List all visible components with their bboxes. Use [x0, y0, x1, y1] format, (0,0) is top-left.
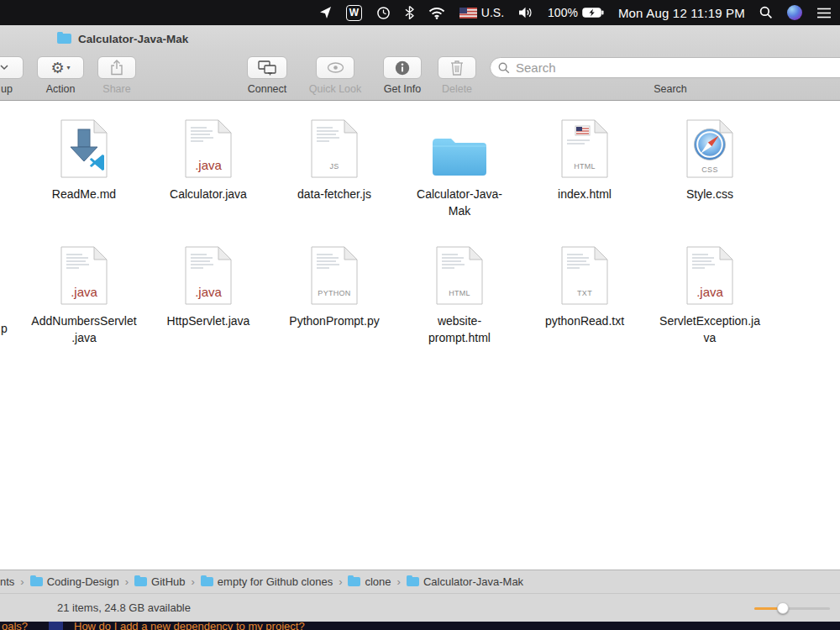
file-name: HttpServlet.java: [155, 312, 261, 329]
get-info-button[interactable]: [383, 56, 422, 79]
bluetooth-icon[interactable]: [405, 6, 414, 19]
clipped-file-label[interactable]: .p: [0, 322, 26, 335]
w-app-menu-icon[interactable]: W: [346, 5, 362, 21]
window-title: Calculator-Java-Mak: [78, 33, 188, 45]
file-item-readme[interactable]: ReadMe.md: [25, 116, 143, 202]
location-services-icon[interactable]: [318, 6, 332, 19]
file-item-pythonread[interactable]: TXT pythonRead.txt: [526, 243, 643, 329]
folder-icon: [201, 577, 213, 586]
slider-knob[interactable]: [777, 602, 789, 614]
java-file-icon: .java: [150, 243, 267, 305]
file-name: ServletException.java: [657, 312, 763, 346]
quick-look-button[interactable]: [316, 56, 354, 79]
path-separator: ›: [20, 575, 24, 588]
notification-center-icon[interactable]: [816, 8, 832, 18]
group-button-label: up: [0, 83, 24, 95]
search-input[interactable]: [514, 60, 791, 76]
file-type-badge: .java: [71, 285, 97, 299]
file-item-servletexception[interactable]: .java ServletException.java: [651, 243, 769, 346]
js-file-icon: JS: [276, 116, 393, 178]
background-link-left[interactable]: oals?: [2, 622, 28, 630]
info-icon: [395, 60, 410, 76]
connect-button[interactable]: [247, 56, 287, 79]
path-item[interactable]: Coding-Design: [30, 575, 119, 588]
wifi-icon[interactable]: [428, 7, 445, 19]
file-name: Calculator.java: [155, 186, 261, 202]
path-separator: ›: [397, 575, 401, 588]
file-item-pythonprompt[interactable]: PYTHON PythonPrompt.py: [276, 243, 393, 329]
path-item[interactable]: empty for Github clones: [201, 575, 333, 588]
file-name: website-prompt.html: [407, 312, 512, 346]
battery-indicator[interactable]: 100%: [548, 6, 604, 19]
share-button-label: Share: [97, 83, 136, 95]
file-type-badge: .java: [195, 285, 222, 299]
slider-track[interactable]: [754, 607, 830, 610]
status-bar: 21 items, 24.8 GB available: [0, 593, 840, 622]
python-file-icon: PYTHON: [276, 243, 393, 305]
java-file-icon: .java: [651, 243, 769, 305]
input-source-flag[interactable]: U.S.: [459, 6, 504, 19]
gear-icon: ⚙: [50, 60, 64, 76]
icon-size-slider[interactable]: [754, 602, 830, 614]
java-file-icon: .java: [150, 116, 267, 178]
file-item-addnumbersservlet[interactable]: .java AddNumbersServlet.java: [25, 243, 143, 346]
time-machine-icon[interactable]: [376, 6, 391, 20]
background-link-right[interactable]: How do I add a new dependency to my proj…: [74, 622, 305, 630]
css-file-icon: CSS: [651, 116, 769, 178]
battery-icon: [582, 8, 604, 18]
txt-file-icon: TXT: [526, 243, 643, 305]
screen-sharing-icon: [258, 60, 276, 76]
file-item-calculator-java[interactable]: .java Calculator.java: [150, 116, 267, 202]
search-field-label: Search: [645, 83, 696, 95]
file-type-badge: .java: [195, 158, 222, 172]
get-info-button-label: Get Info: [378, 83, 427, 95]
delete-button[interactable]: [438, 56, 476, 79]
file-type-badge: HTML: [574, 162, 596, 171]
file-item-style-css[interactable]: CSS Style.css: [651, 116, 769, 202]
menu-bar-clock[interactable]: Mon Aug 12 11:19 PM: [618, 6, 745, 20]
finder-window: W: [0, 0, 840, 630]
path-item-label: Coding-Design: [47, 575, 119, 588]
folder-icon: [348, 577, 360, 586]
us-flag-icon: [459, 8, 477, 18]
file-item-httpservlet[interactable]: .java HttpServlet.java: [150, 243, 267, 329]
path-item[interactable]: nts: [0, 575, 14, 588]
file-type-badge: TXT: [577, 289, 592, 297]
path-item-label: Calculator-Java-Mak: [423, 575, 523, 588]
file-type-badge: JS: [329, 162, 339, 171]
java-file-icon: .java: [25, 243, 143, 305]
path-item[interactable]: Calculator-Java-Mak: [407, 575, 523, 588]
file-item-data-fetcher[interactable]: JS data-fetcher.js: [276, 116, 393, 202]
search-field[interactable]: [490, 57, 840, 78]
share-button[interactable]: [97, 56, 136, 79]
file-name: pythonRead.txt: [532, 312, 638, 329]
file-item-index-html[interactable]: HTML index.html: [526, 116, 643, 202]
file-item-folder[interactable]: Calculator-Java-Mak: [401, 116, 518, 219]
file-type-badge: PYTHON: [318, 289, 350, 297]
html-file-icon: HTML: [401, 243, 518, 305]
folder-icon: [30, 577, 43, 586]
file-name: PythonPrompt.py: [281, 312, 387, 329]
html-file-icon: HTML: [526, 116, 643, 178]
path-separator: ›: [339, 575, 342, 588]
title-bar: Calculator-Java-Mak: [0, 25, 840, 52]
folder-icon: [401, 116, 518, 178]
file-item-website-prompt[interactable]: HTML website-prompt.html: [401, 243, 518, 346]
file-name: ReadMe.md: [31, 186, 137, 202]
action-button-label: Action: [37, 83, 84, 95]
path-item-label: nts: [0, 575, 14, 588]
group-button[interactable]: [0, 56, 24, 79]
spotlight-search-icon[interactable]: [759, 6, 773, 19]
path-separator: ›: [192, 575, 195, 588]
file-type-badge: .java: [696, 285, 723, 299]
folder-icon: [57, 34, 71, 44]
folder-icon: [134, 577, 147, 586]
volume-icon[interactable]: [518, 7, 533, 18]
chevron-down-icon: ▾: [67, 64, 71, 71]
connect-button-label: Connect: [247, 83, 287, 95]
path-item[interactable]: clone: [348, 575, 391, 588]
path-item[interactable]: GitHub: [134, 575, 185, 588]
path-separator: ›: [125, 575, 129, 588]
action-button[interactable]: ⚙ ▾: [37, 56, 84, 79]
siri-icon[interactable]: [787, 5, 802, 20]
